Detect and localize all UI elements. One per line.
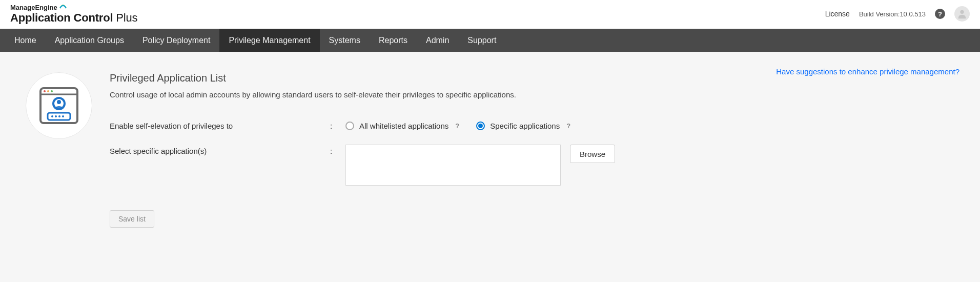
browse-button[interactable]: Browse: [570, 145, 615, 163]
privileged-apps-panel: Privileged Application List Control usag…: [26, 72, 954, 228]
svg-point-9: [51, 115, 53, 117]
colon-1: :: [330, 119, 345, 130]
svg-point-5: [51, 90, 53, 92]
nav-privilege-management[interactable]: Privilege Management: [219, 29, 319, 52]
form-row-enable: Enable self-elevation of privileges to :…: [110, 119, 954, 130]
help-icon-all-whitelisted[interactable]: ?: [454, 123, 461, 130]
help-icon[interactable]: ?: [935, 9, 945, 19]
svg-point-10: [55, 115, 57, 117]
nav-admin[interactable]: Admin: [417, 29, 458, 52]
enable-label: Enable self-elevation of privileges to: [110, 119, 330, 130]
radio-all-whitelisted-label: All whitelisted applications: [359, 122, 448, 130]
brand-product-suffix: Plus: [116, 11, 137, 24]
brand-swoosh-icon: [59, 3, 67, 10]
nav-home[interactable]: Home: [5, 29, 46, 52]
colon-2: :: [330, 145, 345, 155]
build-version: Build Version:10.0.513: [859, 10, 926, 18]
page-description: Control usage of local admin accounts by…: [110, 90, 954, 99]
brand-company-text: ManageEngine: [10, 4, 57, 11]
license-link[interactable]: License: [825, 10, 850, 18]
nav-application-groups[interactable]: Application Groups: [46, 29, 133, 52]
suggestion-link[interactable]: Have suggestions to enhance privilege ma…: [776, 67, 959, 76]
nav-support[interactable]: Support: [458, 29, 505, 52]
brand-company: ManageEngine: [10, 4, 137, 11]
main-nav: Home Application Groups Policy Deploymen…: [0, 29, 980, 52]
radio-option-specific[interactable]: Specific applications ?: [476, 122, 572, 130]
svg-point-7: [57, 100, 61, 104]
nav-systems[interactable]: Systems: [320, 29, 370, 52]
radio-option-all-whitelisted[interactable]: All whitelisted applications ?: [345, 122, 461, 130]
brand-product-strong: Application Control: [10, 11, 113, 24]
form-row-select-apps: Select specific application(s) : Browse: [110, 145, 954, 186]
svg-point-3: [44, 90, 46, 92]
save-list-button[interactable]: Save list: [110, 210, 154, 228]
svg-rect-1: [40, 88, 77, 123]
radio-group-elevation-scope: All whitelisted applications ? Specific …: [345, 119, 572, 130]
top-bar-right: License Build Version:10.0.513 ?: [825, 6, 970, 22]
help-icon-specific[interactable]: ?: [565, 123, 572, 130]
svg-point-12: [62, 115, 64, 117]
selected-applications-input[interactable]: [345, 145, 561, 186]
radio-all-whitelisted[interactable]: [345, 122, 354, 130]
panel-body: Privileged Application List Control usag…: [110, 72, 954, 228]
nav-reports[interactable]: Reports: [370, 29, 417, 52]
user-avatar[interactable]: [954, 6, 970, 22]
select-apps-label: Select specific application(s): [110, 145, 330, 155]
brand-product: Application Control Plus: [10, 11, 137, 25]
nav-policy-deployment[interactable]: Policy Deployment: [133, 29, 220, 52]
app-window-icon: [38, 86, 79, 125]
radio-specific[interactable]: [476, 122, 485, 130]
svg-point-4: [47, 90, 49, 92]
brand: ManageEngine Application Control Plus: [10, 4, 137, 25]
svg-point-0: [960, 10, 964, 14]
panel-illustration: [26, 72, 92, 139]
radio-specific-label: Specific applications: [490, 122, 560, 130]
top-bar: ManageEngine Application Control Plus Li…: [0, 0, 980, 29]
svg-point-11: [58, 115, 60, 117]
content-area: Have suggestions to enhance privilege ma…: [0, 52, 980, 282]
select-apps-field: Browse: [345, 145, 615, 186]
